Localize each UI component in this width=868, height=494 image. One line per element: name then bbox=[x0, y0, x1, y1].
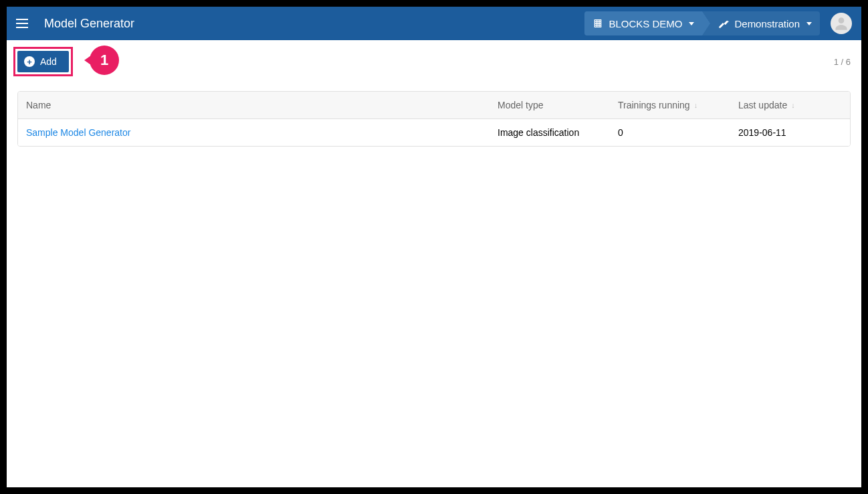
breadcrumb: BLOCKS DEMO Demonstration bbox=[584, 11, 820, 35]
col-header-trainings-label: Trainings running bbox=[618, 100, 690, 110]
col-header-name[interactable]: Name bbox=[18, 100, 490, 110]
sort-icon: ↓ bbox=[791, 101, 795, 109]
add-button-wrapper: + Add 1 bbox=[17, 51, 69, 72]
breadcrumb-project-label: Demonstration bbox=[734, 18, 800, 29]
breadcrumb-org[interactable]: BLOCKS DEMO bbox=[584, 11, 702, 35]
table-row[interactable]: Sample Model Generator Image classificat… bbox=[18, 119, 850, 146]
wrench-icon bbox=[718, 18, 729, 29]
breadcrumb-org-label: BLOCKS DEMO bbox=[609, 18, 682, 29]
col-header-trainings[interactable]: Trainings running ↓ bbox=[610, 100, 730, 110]
app-header: Model Generator BLOCKS DEMO Demonstratio… bbox=[7, 7, 861, 40]
menu-icon[interactable] bbox=[16, 15, 32, 31]
building-icon bbox=[592, 18, 603, 29]
svg-point-0 bbox=[839, 17, 845, 23]
model-table: Name Model type Trainings running ↓ Last… bbox=[17, 91, 851, 147]
app-frame: Model Generator BLOCKS DEMO Demonstratio… bbox=[7, 7, 861, 487]
col-header-model-type[interactable]: Model type bbox=[490, 100, 610, 110]
chevron-down-icon bbox=[806, 22, 812, 25]
table-header-row: Name Model type Trainings running ↓ Last… bbox=[18, 92, 850, 119]
breadcrumb-project[interactable]: Demonstration bbox=[702, 11, 820, 35]
avatar[interactable] bbox=[831, 13, 852, 34]
row-model-type: Image classification bbox=[490, 127, 610, 138]
callout-number: 1 bbox=[100, 52, 108, 69]
user-icon bbox=[833, 15, 850, 32]
pager: 1 / 6 bbox=[834, 57, 851, 67]
sort-icon: ↓ bbox=[694, 101, 698, 109]
row-name-link[interactable]: Sample Model Generator bbox=[18, 127, 490, 138]
row-last-update: 2019-06-11 bbox=[730, 127, 850, 138]
chevron-down-icon bbox=[689, 22, 694, 25]
col-header-last-update-label: Last update bbox=[738, 100, 787, 110]
add-button[interactable]: + Add bbox=[17, 51, 69, 72]
page-title: Model Generator bbox=[44, 17, 584, 31]
header-right: BLOCKS DEMO Demonstration bbox=[584, 11, 852, 35]
content-area: + Add 1 1 / 6 Name Model type Trainings … bbox=[7, 40, 861, 487]
callout-badge: 1 bbox=[90, 46, 119, 75]
toolbar: + Add 1 1 / 6 bbox=[17, 51, 851, 72]
add-button-label: Add bbox=[40, 56, 57, 67]
col-header-last-update[interactable]: Last update ↓ bbox=[730, 100, 850, 110]
row-trainings-running: 0 bbox=[610, 127, 730, 138]
plus-circle-icon: + bbox=[24, 56, 35, 67]
